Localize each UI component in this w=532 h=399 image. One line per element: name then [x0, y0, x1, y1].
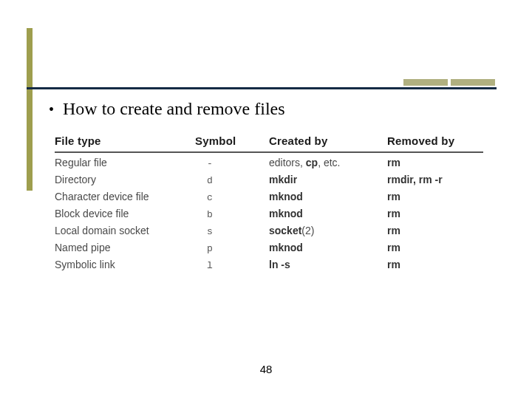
- cell-file-type: Directory: [55, 174, 195, 186]
- left-rail-decoration: [27, 28, 33, 191]
- accent-block: [403, 79, 448, 86]
- bullet-dot-icon: •: [49, 102, 54, 117]
- file-types-table: File type Symbol Created by Removed by R…: [55, 134, 483, 272]
- table-row: Local domain socketssocket(2)rm: [55, 221, 483, 238]
- cell-file-type: Block device file: [55, 208, 195, 220]
- cell-file-type: Symbolic link: [55, 259, 195, 271]
- cell-symbol: d: [195, 174, 269, 186]
- cell-created-by: ln -s: [269, 259, 387, 271]
- cell-file-type: Character device file: [55, 191, 195, 203]
- table-row: Regular file-editors, cp, etc.rm: [55, 153, 483, 170]
- header-created-by: Created by: [269, 134, 387, 147]
- table-row: Block device filebmknodrm: [55, 204, 483, 221]
- header-symbol: Symbol: [195, 134, 269, 147]
- rule-accent: [403, 79, 495, 86]
- cell-created-by: socket(2): [269, 225, 387, 237]
- cell-symbol: p: [195, 242, 269, 254]
- cell-created-by: mknod: [269, 242, 387, 254]
- cell-removed-by: rm: [387, 208, 476, 220]
- header-file-type: File type: [55, 134, 195, 147]
- slide: • How to create and remove files File ty…: [0, 0, 532, 399]
- cell-created-by: mknod: [269, 208, 387, 220]
- table-row: Character device filecmknodrm: [55, 187, 483, 204]
- cell-removed-by: rm: [387, 191, 476, 203]
- cell-symbol: l: [195, 259, 269, 271]
- horizontal-rule: [27, 87, 497, 89]
- cell-removed-by: rm: [387, 242, 476, 254]
- cell-symbol: b: [195, 208, 269, 220]
- table-row: Directorydmkdirrmdir, rm -r: [55, 170, 483, 187]
- bullet-text: How to create and remove files: [63, 99, 285, 119]
- cell-symbol: c: [195, 191, 269, 203]
- cell-file-type: Named pipe: [55, 242, 195, 254]
- accent-block: [451, 79, 495, 86]
- cell-created-by: mknod: [269, 191, 387, 203]
- cell-removed-by: rm: [387, 259, 476, 271]
- cell-file-type: Regular file: [55, 157, 195, 169]
- table-row: Symbolic linklln -srm: [55, 255, 483, 272]
- cell-created-by: editors, cp, etc.: [269, 157, 387, 169]
- cell-removed-by: rm: [387, 225, 476, 237]
- cell-symbol: s: [195, 225, 269, 237]
- page-number: 48: [0, 363, 532, 375]
- cell-removed-by: rm: [387, 157, 476, 169]
- cell-removed-by: rmdir, rm -r: [387, 174, 476, 186]
- table-row: Named pipepmknodrm: [55, 238, 483, 255]
- cell-created-by: mkdir: [269, 174, 387, 186]
- cell-file-type: Local domain socket: [55, 225, 195, 237]
- cell-symbol: -: [195, 157, 269, 169]
- table-header-row: File type Symbol Created by Removed by: [55, 134, 483, 153]
- header-removed-by: Removed by: [387, 134, 476, 147]
- bullet-line: • How to create and remove files: [49, 99, 285, 119]
